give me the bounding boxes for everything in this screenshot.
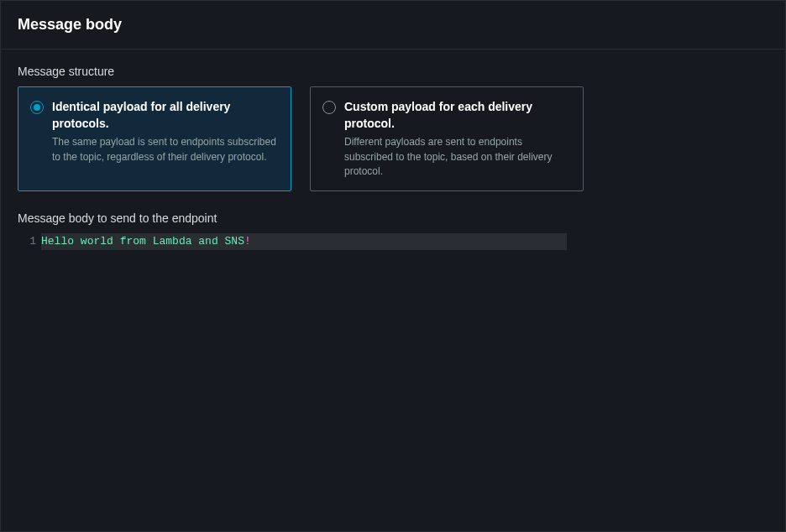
panel-header: Message body (1, 1, 785, 50)
code-editor-wrapper: 1 Hello world from Lambda and SNS! (18, 233, 768, 514)
radio-icon (30, 101, 44, 114)
panel-body: Message structure Identical payload for … (1, 50, 785, 531)
radio-identical-payload[interactable]: Identical payload for all delivery proto… (18, 86, 291, 191)
code-line[interactable]: Hello world from Lambda and SNS! (41, 233, 567, 250)
message-body-panel: Message body Message structure Identical… (0, 0, 786, 532)
message-structure-radio-group: Identical payload for all delivery proto… (18, 86, 768, 191)
line-number: 1 (18, 233, 36, 250)
code-editor[interactable]: 1 Hello world from Lambda and SNS! (18, 233, 768, 514)
panel-title: Message body (18, 16, 768, 34)
radio-custom-title: Custom payload for each delivery protoco… (344, 99, 571, 132)
message-body-label: Message body to send to the endpoint (18, 211, 768, 225)
radio-custom-description: Different payloads are sent to endpoints… (344, 135, 571, 179)
radio-icon (322, 101, 336, 114)
radio-identical-title: Identical payload for all delivery proto… (52, 99, 279, 132)
radio-custom-payload[interactable]: Custom payload for each delivery protoco… (310, 86, 584, 191)
radio-identical-description: The same payload is sent to endpoints su… (52, 135, 279, 164)
message-structure-label: Message structure (18, 65, 768, 78)
code-area[interactable]: Hello world from Lambda and SNS! (41, 233, 768, 514)
line-number-gutter: 1 (18, 233, 41, 514)
